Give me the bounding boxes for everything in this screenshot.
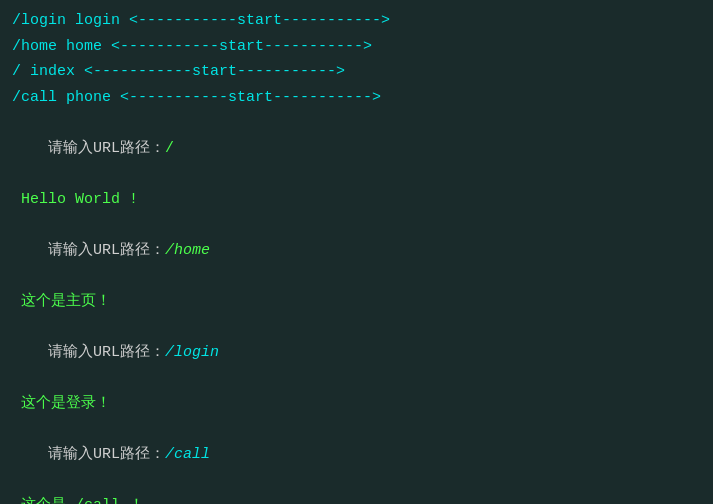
route-line-call: /call phone <-----------start-----------… (12, 85, 701, 111)
route-line-login: /login login <-----------start----------… (12, 8, 701, 34)
url-prompt-4: 请输入URL路径：/call (12, 416, 701, 493)
url-value-1: / (165, 140, 174, 157)
url-value-4: /call (165, 446, 210, 463)
url-prompt-3: 请输入URL路径：/login (12, 314, 701, 391)
result-text-2: 这个是主页！ (12, 289, 701, 315)
prompt-label-3: 请输入URL路径： (48, 344, 165, 361)
url-value-3: /login (165, 344, 219, 361)
terminal-output: /login login <-----------start----------… (0, 0, 713, 504)
url-value-2: /home (165, 242, 210, 259)
route-line-home: /home home <-----------start-----------> (12, 34, 701, 60)
result-text-1: Hello World ! (12, 187, 701, 213)
prompt-label-4: 请输入URL路径： (48, 446, 165, 463)
result-text-3: 这个是登录！ (12, 391, 701, 417)
result-text-4: 这个是 /call ！ (12, 493, 701, 505)
prompt-label-2: 请输入URL路径： (48, 242, 165, 259)
route-line-index: / index <-----------start-----------> (12, 59, 701, 85)
url-prompt-1: 请输入URL路径：/ (12, 110, 701, 187)
prompt-label-1: 请输入URL路径： (48, 140, 165, 157)
url-prompt-2: 请输入URL路径：/home (12, 212, 701, 289)
